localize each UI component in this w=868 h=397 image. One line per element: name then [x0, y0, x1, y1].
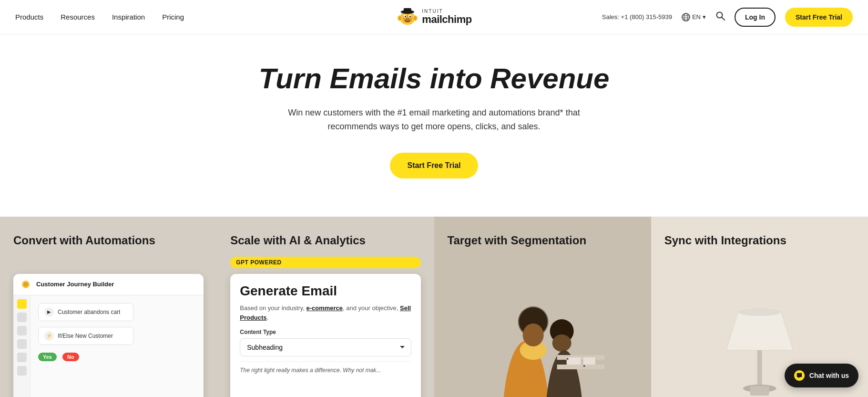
journey-content: ▶ Customer abandons cart ⚡ If/Else New C… — [31, 295, 204, 397]
email-gen-card-desc: Based on your industry, e-commerce, and … — [240, 303, 411, 322]
ecommerce-link[interactable]: e-commerce — [306, 304, 343, 312]
people-illustration — [448, 283, 638, 397]
chat-widget[interactable]: Chat with us — [785, 364, 858, 387]
features-row: Convert with Automations Customer Journe… — [0, 217, 868, 397]
sidebar-dot-4 — [17, 339, 27, 349]
journey-header-icon — [20, 279, 31, 290]
feature-panel-automations: Convert with Automations Customer Journe… — [0, 217, 217, 397]
journey-branch: Yes No — [38, 353, 196, 361]
hero-subtitle: Win new customers with the #1 email mark… — [272, 106, 596, 134]
chat-label: Chat with us — [809, 372, 849, 379]
sidebar-dot-5 — [17, 353, 27, 362]
branch-no-label: No — [62, 353, 79, 361]
journey-header-title: Customer Journey Builder — [36, 281, 114, 288]
branch-yes-label: Yes — [38, 353, 57, 361]
segmentation-title: Target with Segmentation — [448, 234, 638, 248]
automations-title: Convert with Automations — [13, 234, 204, 248]
feature-panel-ai: Scale with AI & Analytics GPT POWERED Ge… — [217, 217, 434, 397]
header: Products Resources Inspiration Pricing — [0, 0, 868, 34]
svg-point-9 — [413, 16, 416, 20]
sales-phone: Sales: +1 (800) 315-5939 — [602, 13, 672, 21]
svg-point-14 — [408, 19, 408, 20]
svg-point-5 — [409, 16, 410, 17]
globe-icon — [682, 13, 690, 21]
journey-node-1-label: Customer abandons cart — [58, 309, 120, 315]
journey-builder-mockup: Customer Journey Builder ▶ Customer aban… — [13, 274, 204, 397]
play-icon: ▶ — [44, 307, 54, 317]
svg-rect-11 — [403, 8, 411, 13]
svg-rect-36 — [583, 357, 595, 365]
svg-line-21 — [722, 17, 725, 20]
mailchimp-logo-icon — [396, 6, 418, 28]
language-selector[interactable]: EN ▾ — [682, 13, 706, 21]
journey-node-1: ▶ Customer abandons cart — [38, 303, 133, 321]
svg-point-41 — [738, 308, 781, 316]
nav-resources[interactable]: Resources — [61, 13, 95, 21]
sidebar-dot-1 — [17, 299, 27, 309]
journey-node-2: ⚡ If/Else New Customer — [38, 327, 133, 345]
integrations-title: Sync with Integrations — [664, 234, 855, 248]
svg-point-38 — [583, 365, 585, 367]
start-trial-button-header[interactable]: Start Free Trial — [785, 8, 853, 27]
nav-pricing[interactable]: Pricing — [162, 13, 184, 21]
content-type-select[interactable]: Subheading Heading Body Copy CTA — [240, 338, 411, 356]
email-preview-text: The right light really makes a differenc… — [240, 361, 411, 375]
hero-section: Turn Emails into Revenue Win new custome… — [0, 34, 868, 217]
svg-point-37 — [566, 358, 568, 360]
svg-marker-40 — [726, 312, 793, 350]
search-button[interactable] — [715, 11, 725, 23]
desc-end: . — [267, 314, 269, 321]
segmentation-visual — [448, 257, 638, 397]
logo[interactable]: INTUIT mailchimp — [396, 6, 471, 28]
branch-icon: ⚡ — [44, 331, 54, 341]
chimp-small-icon — [21, 280, 30, 289]
svg-point-23 — [23, 282, 28, 287]
journey-header: Customer Journey Builder — [13, 274, 204, 295]
svg-point-7 — [398, 16, 401, 20]
chat-icon — [796, 372, 803, 379]
nav-left: Products Resources Inspiration Pricing — [15, 13, 184, 21]
start-trial-button-hero[interactable]: Start Free Trial — [390, 153, 478, 178]
desc-pre: Based on your industry, — [240, 304, 306, 312]
svg-rect-35 — [566, 357, 581, 365]
journey-node-2-label: If/Else New Customer — [58, 333, 113, 339]
svg-point-13 — [406, 19, 407, 20]
nav-inspiration[interactable]: Inspiration — [112, 13, 145, 21]
svg-point-4 — [404, 16, 406, 17]
desc-mid: , and your objective, — [343, 304, 400, 312]
ai-title: Scale with AI & Analytics — [230, 234, 420, 248]
sidebar-dot-2 — [17, 313, 27, 322]
content-type-label: Content Type — [240, 329, 411, 335]
chat-bubble-icon — [794, 370, 805, 381]
lang-chevron-icon: ▾ — [703, 13, 706, 21]
email-gen-card: Generate Email Based on your industry, e… — [230, 274, 420, 397]
feature-panel-segmentation: Target with Segmentation — [434, 217, 651, 397]
svg-point-29 — [522, 324, 543, 346]
search-icon — [715, 11, 725, 21]
gpt-badge: GPT POWERED — [230, 257, 420, 268]
logo-mailchimp-text: mailchimp — [422, 14, 471, 25]
email-gen-card-title: Generate Email — [240, 283, 411, 299]
lang-label: EN — [692, 13, 701, 21]
journey-sidebar — [13, 295, 31, 397]
login-button[interactable]: Log In — [735, 8, 776, 27]
hero-title: Turn Emails into Revenue — [10, 63, 858, 94]
nav-products[interactable]: Products — [15, 13, 43, 21]
svg-rect-44 — [750, 386, 769, 396]
svg-rect-42 — [757, 350, 762, 388]
logo-text: INTUIT mailchimp — [422, 9, 471, 25]
nav-right: Sales: +1 (800) 315-5939 EN ▾ Log In Sta… — [602, 8, 853, 27]
journey-body: ▶ Customer abandons cart ⚡ If/Else New C… — [13, 295, 204, 397]
svg-point-31 — [552, 334, 571, 352]
svg-rect-34 — [557, 365, 604, 369]
sidebar-dot-3 — [17, 326, 27, 335]
sidebar-dot-6 — [17, 366, 27, 376]
